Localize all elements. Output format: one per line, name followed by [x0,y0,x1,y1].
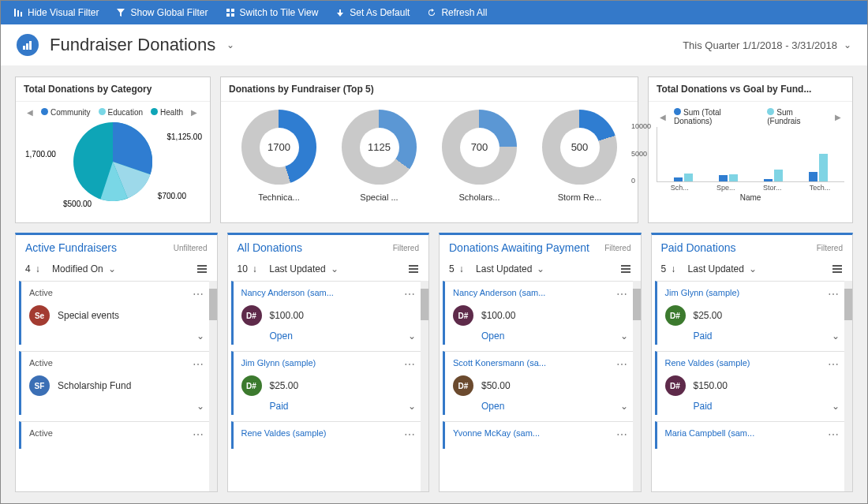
more-icon[interactable]: ⋯ [828,428,840,441]
date-range-picker[interactable]: This Quarter 1/1/2018 - 3/31/2018⌄ [683,39,851,51]
more-icon[interactable]: ⋯ [828,358,840,371]
svg-rect-12 [197,268,207,270]
list-item[interactable]: Jim Glynn (sample)⋯ D#$25.00 Paid⌄ [231,351,425,415]
legend-item[interactable]: Sum (Fundrais [767,108,827,125]
chevron-down-icon[interactable]: ⌄ [196,330,204,342]
panel-sort[interactable]: 5↓ Last Updated⌄ [661,263,757,274]
list-item[interactable]: Active⋯ SeSpecial events ⌄ [19,281,212,345]
legend-item[interactable]: Community [41,108,91,117]
svg-rect-7 [23,46,25,50]
legend-item[interactable]: Sum (Total Donations) [674,108,759,125]
svg-rect-8 [26,43,28,50]
list-item[interactable]: Rene Valdes (sample)⋯ D#$150.00 Paid⌄ [655,351,848,415]
legend-next-icon[interactable]: ▶ [835,113,841,121]
cmd-show-global-filter[interactable]: Show Global Filter [116,7,208,18]
chevron-down-icon[interactable]: ⌄ [620,401,628,412]
more-icon[interactable]: ⋯ [404,428,416,441]
chevron-down-icon[interactable]: ⌄ [832,330,840,342]
title-dropdown-icon[interactable]: ⌄ [226,39,234,50]
panel-filter-status: Unfiltered [174,244,208,252]
donut-item: 700 Scholars... [434,110,525,202]
panel-title: Donations Awaiting Payment [449,241,589,254]
list-item[interactable]: Yvonne McKay (sam...⋯ [443,421,636,449]
svg-rect-2 [21,12,22,17]
scrollbar[interactable] [844,281,852,491]
panel-filter-status: Filtered [817,244,843,252]
panel-title: All Donations [238,241,303,254]
panel-sort[interactable]: 10↓ Last Updated⌄ [238,263,339,274]
list-item[interactable]: Nancy Anderson (sam...⋯ D#$100.00 Open⌄ [231,281,425,345]
bar-group [674,174,693,182]
panel-view-icon[interactable] [832,263,843,274]
scrollbar[interactable] [209,281,217,491]
list-item[interactable]: Active⋯ [19,421,212,449]
legend-prev-icon[interactable]: ◀ [660,113,666,121]
more-icon[interactable]: ⋯ [193,288,204,301]
pie-label: $500.00 [63,200,92,208]
svg-rect-16 [409,271,418,273]
more-icon[interactable]: ⋯ [193,428,204,441]
svg-rect-3 [226,9,230,12]
chevron-down-icon[interactable]: ⌄ [408,401,416,412]
scrollbar[interactable] [421,281,428,491]
list-item[interactable]: Active⋯ SFScholarship Fund ⌄ [19,351,212,415]
stream-panel: Paid Donations Filtered 5↓ Last Updated⌄… [651,233,854,492]
more-icon[interactable]: ⋯ [404,358,416,371]
chevron-down-icon[interactable]: ⌄ [196,401,204,412]
more-icon[interactable]: ⋯ [828,288,840,301]
cmd-hide-visual-filter[interactable]: Hide Visual Filter [13,7,99,18]
more-icon[interactable]: ⋯ [616,288,628,301]
list-item[interactable]: Jim Glynn (sample)⋯ D#$25.00 Paid⌄ [655,281,848,345]
more-icon[interactable]: ⋯ [193,358,204,371]
svg-rect-4 [231,9,234,12]
svg-rect-9 [29,41,32,50]
panel-view-icon[interactable] [196,263,208,274]
chart-donuts-card: Donations by Fundraiser (Top 5) 1700 Tec… [220,77,638,223]
svg-rect-18 [621,268,630,270]
more-icon[interactable]: ⋯ [404,288,416,301]
panel-filter-status: Filtered [393,244,419,252]
svg-rect-11 [197,265,207,267]
legend-item[interactable]: Health [151,108,183,117]
legend-prev-icon[interactable]: ◀ [27,108,33,117]
cmd-switch-tile-view[interactable]: Switch to Tile View [226,7,319,18]
page-header: Fundraiser Donations ⌄ This Quarter 1/1/… [1,24,867,65]
chart-title: Donations by Fundraiser (Top 5) [221,77,638,102]
panel-sort[interactable]: 4↓ Modified On⌄ [25,263,116,274]
donut-item: 500 Storm Re... [534,110,625,202]
stream-panel: Donations Awaiting Payment Filtered 5↓ L… [439,233,642,492]
panel-title: Paid Donations [661,241,736,254]
stream-panel: All Donations Filtered 10↓ Last Updated⌄… [227,233,430,492]
svg-rect-19 [621,271,630,273]
svg-rect-1 [17,10,19,17]
pie-label: $1,125.00 [167,133,203,141]
bar-group [809,154,828,181]
legend-item[interactable]: Education [99,108,143,117]
more-icon[interactable]: ⋯ [616,428,628,441]
cmd-set-default[interactable]: Set As Default [335,7,410,18]
chart-title: Total Donations vs Goal by Fund... [649,77,852,102]
stream-panel: Active Fundraisers Unfiltered 4↓ Modifie… [15,233,218,492]
more-icon[interactable]: ⋯ [616,358,628,371]
list-item[interactable]: Rene Valdes (sample)⋯ [231,421,425,449]
list-item[interactable]: Scott Konersmann (sa...⋯ D#$50.00 Open⌄ [443,351,636,415]
x-axis-label: Name [657,193,844,202]
panel-sort[interactable]: 5↓ Last Updated⌄ [449,263,544,274]
scrollbar[interactable] [633,281,641,491]
chevron-down-icon[interactable]: ⌄ [620,330,628,342]
chart-pie-card: Total Donations by Category ◀ Community … [15,77,211,223]
list-item[interactable]: Maria Campbell (sam...⋯ [655,421,848,449]
legend-next-icon[interactable]: ▶ [191,108,197,117]
panel-filter-status: Filtered [604,244,630,252]
pie-label: $700.00 [158,192,186,200]
svg-rect-13 [197,271,207,273]
panel-view-icon[interactable] [620,263,631,274]
list-item[interactable]: Nancy Anderson (sam...⋯ D#$100.00 Open⌄ [443,281,636,345]
donut-item: 1125 Special ... [334,110,425,202]
donut-item: 1700 Technica... [234,110,324,202]
chevron-down-icon[interactable]: ⌄ [408,330,416,342]
chevron-down-icon[interactable]: ⌄ [832,401,840,412]
cmd-refresh-all[interactable]: Refresh All [427,7,487,18]
svg-rect-20 [832,265,842,267]
panel-view-icon[interactable] [408,263,419,274]
